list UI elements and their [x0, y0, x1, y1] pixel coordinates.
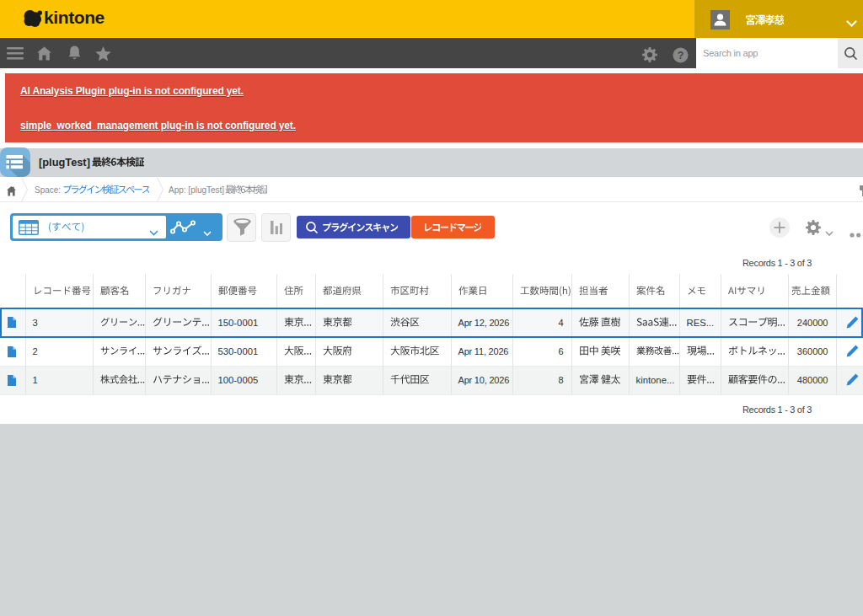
svg-text:?: ? [678, 50, 684, 62]
